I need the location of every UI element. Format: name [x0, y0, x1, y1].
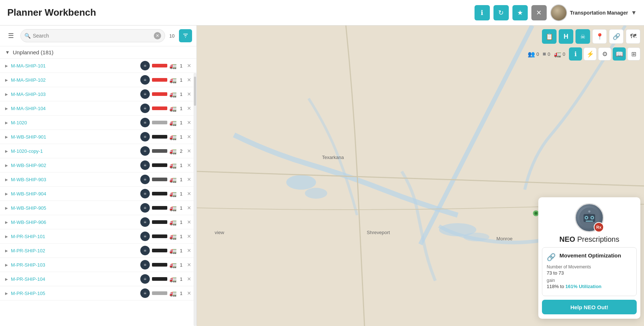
stat-people-value: 0 [536, 51, 539, 57]
truck-icon: 🚛 [169, 261, 177, 268]
remove-button[interactable]: ✕ [186, 290, 193, 297]
row-chevron-icon: ▶ [5, 178, 9, 182]
shipment-link[interactable]: M-WB-SHIP-903 [11, 177, 138, 182]
list-item[interactable]: ▶ M-MA-SHIP-103 ☠ 🚛 1 ✕ [0, 87, 196, 101]
truck-icon: 🚛 [169, 62, 177, 69]
stat-people: 👥 0 [528, 51, 539, 58]
truck-count: 1 [179, 77, 183, 83]
unplanned-header[interactable]: ▼ Unplanned (181) [0, 46, 196, 59]
list-item[interactable]: ▶ M-MA-SHIP-102 ☠ 🚛 1 ✕ [0, 73, 196, 87]
hazmat-map-button[interactable]: ☠ [575, 29, 590, 44]
search-clear-button[interactable]: ✕ [154, 32, 161, 39]
remove-button[interactable]: ✕ [186, 105, 193, 112]
shipment-link[interactable]: M-WB-SHIP-905 [11, 205, 138, 211]
remove-button[interactable]: ✕ [186, 275, 193, 283]
chevron-down-icon[interactable]: ▼ [631, 9, 637, 16]
list-item[interactable]: ▶ M-WB-SHIP-904 ☠ 🚛 1 ✕ [0, 187, 196, 201]
shipment-link[interactable]: M-MA-SHIP-102 [11, 77, 138, 83]
list-item[interactable]: ▶ M-WB-SHIP-905 ☠ 🚛 1 ✕ [0, 201, 196, 215]
hazmat-icon: ☠ [140, 274, 150, 284]
svg-rect-49 [586, 221, 593, 222]
remove-button[interactable]: ✕ [186, 90, 193, 98]
remove-button[interactable]: ✕ [186, 261, 193, 268]
list-item[interactable]: ▶ M-MA-SHIP-101 ☠ 🚛 1 ✕ [0, 59, 196, 73]
filter-button[interactable] [179, 29, 192, 42]
h-button[interactable]: H [559, 29, 573, 44]
shipment-link[interactable]: M-WB-SHIP-901 [11, 134, 138, 140]
remove-button[interactable]: ✕ [186, 147, 193, 155]
row-chevron-icon: ▶ [5, 192, 9, 196]
row-chevron-icon: ▶ [5, 291, 9, 295]
remove-button[interactable]: ✕ [186, 204, 193, 211]
clipboard-button[interactable]: 📋 [542, 29, 557, 44]
search-input[interactable] [31, 33, 154, 39]
row-chevron-icon: ▶ [5, 92, 9, 96]
user-menu[interactable]: Transportation Manager ▼ [550, 4, 637, 21]
list-item[interactable]: ▶ M-PR-SHIP-102 ☠ 🚛 1 ✕ [0, 244, 196, 258]
list-item[interactable]: ▶ M-PR-SHIP-101 ☠ 🚛 1 ✕ [0, 229, 196, 244]
shipment-link[interactable]: M-WB-SHIP-906 [11, 220, 138, 225]
info-view-button[interactable]: ℹ [569, 47, 582, 61]
search-box: 🔍 ✕ [20, 29, 165, 42]
priority-bar [152, 64, 167, 67]
list-item[interactable]: ▶ M-PR-SHIP-103 ☠ 🚛 1 ✕ [0, 258, 196, 272]
row-chevron-icon: ▶ [5, 149, 9, 153]
list-item[interactable]: ▶ M-1020 ☠ 🚛 1 ✕ [0, 116, 196, 130]
remove-button[interactable]: ✕ [186, 119, 193, 126]
truck-count: 1 [179, 276, 183, 282]
shipment-link[interactable]: M-PR-SHIP-105 [11, 291, 138, 296]
shipment-link[interactable]: M-PR-SHIP-103 [11, 262, 138, 268]
list-item[interactable]: ▶ M-WB-SHIP-902 ☠ 🚛 1 ✕ [0, 158, 196, 172]
shipment-link[interactable]: M-MA-SHIP-101 [11, 63, 138, 69]
shipment-link[interactable]: M-PR-SHIP-104 [11, 276, 138, 282]
info-button[interactable]: ℹ [475, 5, 490, 20]
grid-button[interactable]: ⊞ [627, 47, 640, 61]
link-button[interactable]: 🔗 [609, 29, 624, 44]
shipment-link[interactable]: M-1020-copy-1 [11, 148, 138, 154]
map-view-button[interactable]: 🗺 [626, 29, 640, 44]
list-item[interactable]: ▶ M-WB-SHIP-903 ☠ 🚛 1 ✕ [0, 172, 196, 187]
settings-button[interactable]: ⚙ [598, 47, 611, 61]
list-item[interactable]: ▶ M-PR-SHIP-104 ☠ 🚛 1 ✕ [0, 272, 196, 286]
scroll-thumb[interactable] [194, 77, 196, 106]
shipment-link[interactable]: M-PR-SHIP-101 [11, 234, 138, 239]
close-button[interactable]: ✕ [531, 5, 547, 20]
svg-text:☠: ☠ [144, 234, 147, 238]
neo-card-header: 🔗 Movement Optimization [547, 252, 632, 261]
star-button[interactable]: ★ [512, 5, 528, 20]
remove-button[interactable]: ✕ [186, 133, 193, 140]
shipment-link[interactable]: M-MA-SHIP-103 [11, 92, 138, 97]
list-item[interactable]: ▶ M-WB-SHIP-906 ☠ 🚛 1 ✕ [0, 215, 196, 229]
shipment-link[interactable]: M-WB-SHIP-902 [11, 163, 138, 168]
remove-button[interactable]: ✕ [186, 62, 193, 69]
book-view-button[interactable]: 📖 [613, 47, 626, 61]
remove-button[interactable]: ✕ [186, 218, 193, 226]
lightning-button[interactable]: ⚡ [583, 47, 597, 61]
map-area[interactable]: Texarkana Shreveport Monroe view 📋 H ☠ 📍… [197, 26, 644, 326]
shipment-link[interactable]: M-1020 [11, 120, 138, 125]
help-neo-button[interactable]: Help NEO Out! [542, 300, 637, 314]
refresh-button[interactable]: ↻ [493, 5, 509, 20]
truck-count: 1 [179, 134, 183, 140]
list-item[interactable]: ▶ M-PR-SHIP-105 ☠ 🚛 1 ✕ [0, 286, 196, 300]
svg-point-38 [305, 188, 327, 199]
remove-button[interactable]: ✕ [186, 233, 193, 240]
remove-button[interactable]: ✕ [186, 76, 193, 84]
svg-point-40 [463, 233, 489, 241]
remove-button[interactable]: ✕ [186, 190, 193, 197]
remove-button[interactable]: ✕ [186, 247, 193, 254]
menu-button[interactable]: ☰ [4, 29, 17, 42]
list-item[interactable]: ▶ M-WB-SHIP-901 ☠ 🚛 1 ✕ [0, 130, 196, 144]
shipment-link[interactable]: M-MA-SHIP-104 [11, 106, 138, 111]
scroll-track[interactable] [194, 73, 196, 326]
list-item[interactable]: ▶ M-MA-SHIP-104 ☠ 🚛 1 ✕ [0, 101, 196, 116]
remove-button[interactable]: ✕ [186, 176, 193, 183]
truck-icon: 🚛 [169, 91, 177, 98]
shipment-link[interactable]: M-WB-SHIP-904 [11, 191, 138, 197]
truck-count: 1 [179, 92, 183, 97]
location-button[interactable]: 📍 [592, 29, 607, 44]
shipment-link[interactable]: M-PR-SHIP-102 [11, 248, 138, 253]
list-item[interactable]: ▶ M-1020-copy-1 ☠ 🚛 2 ✕ [0, 144, 196, 158]
remove-button[interactable]: ✕ [186, 162, 193, 169]
svg-text:☠: ☠ [144, 178, 147, 181]
